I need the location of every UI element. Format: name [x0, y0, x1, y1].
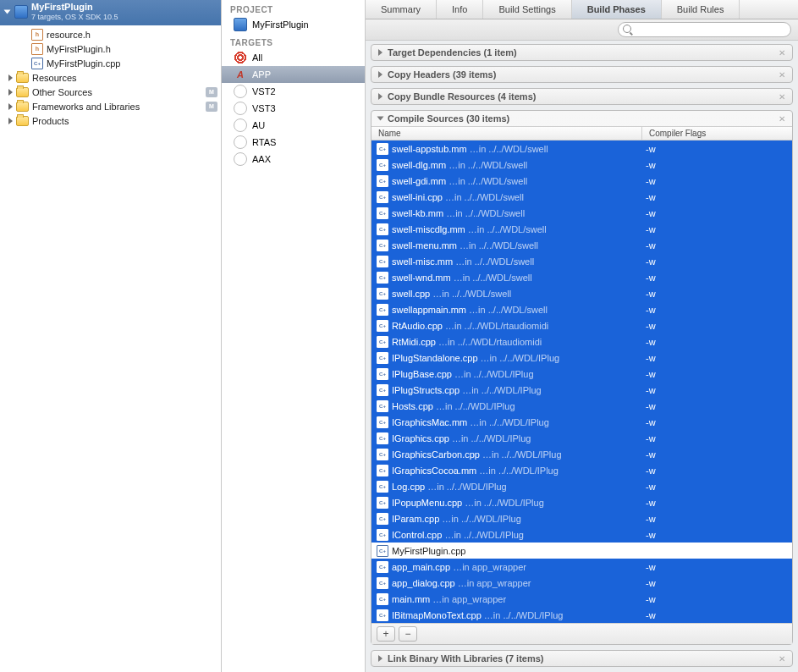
file-item[interactable]: C+MyFirstPlugin.cpp: [0, 56, 221, 70]
table-row[interactable]: C+swell-ini.cpp …in ../../WDL/swell-w: [371, 189, 792, 205]
phase-header[interactable]: Target Dependencies (1 item)✕: [371, 45, 792, 60]
close-icon[interactable]: ✕: [779, 92, 785, 102]
table-row[interactable]: C+Log.cpp …in ../../WDL/IPlug-w: [371, 478, 792, 494]
disclosure-triangle-icon[interactable]: [377, 117, 384, 121]
group-item[interactable]: Other SourcesM: [0, 85, 221, 99]
table-row[interactable]: C+swell-wnd.mm …in ../../WDL/swell-w: [371, 269, 792, 285]
table-row[interactable]: C+IGraphicsCarbon.cpp …in ../../WDL/IPlu…: [371, 446, 792, 462]
compiler-flag[interactable]: -w: [646, 465, 787, 476]
col-flags[interactable]: Compiler Flags: [642, 127, 792, 140]
table-row[interactable]: C+IPlugStructs.cpp …in ../../WDL/IPlug-w: [371, 382, 792, 398]
tab-build-rules[interactable]: Build Rules: [662, 0, 740, 19]
table-row[interactable]: C+IPlugBase.cpp …in ../../WDL/IPlug-w: [371, 366, 792, 382]
tab-build-phases[interactable]: Build Phases: [572, 0, 662, 19]
table-row[interactable]: C+IGraphicsCocoa.mm …in ../../WDL/IPlug-…: [371, 462, 792, 478]
group-item[interactable]: Frameworks and LibrariesM: [0, 99, 221, 113]
compiler-flag[interactable]: -w: [646, 433, 787, 443]
disclosure-triangle-icon[interactable]: [378, 655, 382, 662]
close-icon[interactable]: ✕: [779, 48, 785, 58]
compiler-flag[interactable]: -w: [646, 562, 787, 572]
table-row[interactable]: C+RtAudio.cpp …in ../../WDL/rtaudiomidi-…: [371, 317, 792, 333]
target-item-rtas[interactable]: RTAS: [222, 134, 365, 151]
target-item-vst3[interactable]: VST3: [222, 100, 365, 117]
table-row[interactable]: C+swell-menu.mm …in ../../WDL/swell-w: [371, 237, 792, 253]
target-item-app[interactable]: AAPP: [222, 66, 365, 83]
disclosure-triangle-icon[interactable]: [8, 118, 13, 124]
table-row[interactable]: C+IParam.cpp …in ../../WDL/IPlug-w: [371, 510, 792, 526]
compiler-flag[interactable]: -w: [646, 369, 787, 379]
close-icon[interactable]: ✕: [779, 70, 785, 80]
table-row[interactable]: C+IGraphicsMac.mm …in ../../WDL/IPlug-w: [371, 414, 792, 430]
phase-header[interactable]: Link Binary With Libraries (7 items)✕: [371, 651, 792, 666]
compiler-flag[interactable]: -w: [646, 530, 787, 540]
table-row[interactable]: C+swell.cpp …in ../../WDL/swell-w: [371, 285, 792, 301]
project-item[interactable]: MyFirstPlugin: [222, 16, 365, 33]
disclosure-triangle-icon[interactable]: [378, 71, 382, 78]
table-row[interactable]: C+swellappmain.mm …in ../../WDL/swell-w: [371, 301, 792, 317]
compiler-flag[interactable]: -w: [646, 240, 787, 251]
table-row[interactable]: C+IPopupMenu.cpp …in ../../WDL/IPlug-w: [371, 494, 792, 510]
compiler-flag[interactable]: -w: [646, 273, 787, 283]
compiler-flag[interactable]: -w: [646, 482, 787, 492]
table-row[interactable]: C+IPlugStandalone.cpp …in ../../WDL/IPlu…: [371, 350, 792, 366]
compiler-flag[interactable]: -w: [646, 208, 787, 218]
compiler-flag[interactable]: -w: [646, 176, 787, 186]
phase-header[interactable]: Compile Sources (30 items)✕: [371, 111, 792, 126]
table-row[interactable]: C+IControl.cpp …in ../../WDL/IPlug-w: [371, 526, 792, 543]
group-item[interactable]: Resources: [0, 70, 221, 85]
compiler-flag[interactable]: -w: [646, 305, 787, 315]
target-item-vst2[interactable]: VST2: [222, 83, 365, 100]
compiler-flag[interactable]: -w: [646, 160, 787, 170]
file-item[interactable]: hMyFirstPlugin.h: [0, 41, 221, 56]
compiler-flag[interactable]: -w: [646, 449, 787, 460]
file-item[interactable]: hresource.h: [0, 27, 221, 41]
compiler-flag[interactable]: -w: [646, 337, 787, 347]
group-item[interactable]: Products: [0, 113, 221, 128]
disclosure-triangle-icon[interactable]: [378, 93, 382, 100]
compiler-flag[interactable]: -w: [646, 321, 787, 331]
compiler-flag[interactable]: -w: [646, 610, 787, 620]
tab-build-settings[interactable]: Build Settings: [483, 0, 571, 19]
table-row[interactable]: C+app_main.cpp …in app_wrapper-w: [371, 559, 792, 575]
remove-button[interactable]: −: [399, 626, 417, 642]
search-input[interactable]: [618, 22, 791, 37]
table-row[interactable]: C+swell-appstub.mm …in ../../WDL/swell-w: [371, 140, 792, 157]
project-root[interactable]: MyFirstPlugin 7 targets, OS X SDK 10.5: [0, 0, 221, 25]
phase-header[interactable]: Copy Headers (39 items)✕: [371, 67, 792, 82]
table-row[interactable]: C+Hosts.cpp …in ../../WDL/IPlug-w: [371, 398, 792, 414]
close-icon[interactable]: ✕: [779, 654, 785, 664]
disclosure-triangle-icon[interactable]: [378, 49, 382, 56]
compiler-flag[interactable]: -w: [646, 417, 787, 427]
compiler-flag[interactable]: -w: [646, 192, 787, 202]
phase-header[interactable]: Copy Bundle Resources (4 items)✕: [371, 89, 792, 104]
table-row[interactable]: C+app_dialog.cpp …in app_wrapper-w: [371, 575, 792, 591]
table-row[interactable]: C+IGraphics.cpp …in ../../WDL/IPlug-w: [371, 430, 792, 446]
table-row[interactable]: C+IBitmapMonoText.cpp …in ../../WDL/IPlu…: [371, 607, 792, 623]
compiler-flag[interactable]: -w: [646, 514, 787, 524]
disclosure-triangle-icon[interactable]: [8, 89, 13, 96]
target-item-aax[interactable]: AAX: [222, 151, 365, 168]
compiler-flag[interactable]: -w: [646, 289, 787, 299]
compiler-flag[interactable]: -w: [646, 353, 787, 363]
compiler-flag[interactable]: -w: [646, 401, 787, 411]
compiler-flag[interactable]: -w: [646, 594, 787, 604]
table-row[interactable]: C+swell-dlg.mm …in ../../WDL/swell-w: [371, 157, 792, 173]
table-row[interactable]: C+swell-gdi.mm …in ../../WDL/swell-w: [371, 173, 792, 189]
table-row[interactable]: C+swell-miscdlg.mm …in ../../WDL/swell-w: [371, 221, 792, 237]
table-row[interactable]: C+RtMidi.cpp …in ../../WDL/rtaudiomidi-w: [371, 333, 792, 350]
target-item-au[interactable]: AU: [222, 117, 365, 134]
compiler-flag[interactable]: -w: [646, 498, 787, 508]
table-row[interactable]: C+MyFirstPlugin.cpp: [371, 543, 792, 559]
compiler-flag[interactable]: -w: [646, 385, 787, 395]
disclosure-triangle-icon[interactable]: [8, 74, 13, 81]
close-icon[interactable]: ✕: [779, 114, 785, 124]
target-item-all[interactable]: All: [222, 49, 365, 66]
tab-info[interactable]: Info: [437, 0, 483, 19]
compiler-flag[interactable]: -w: [646, 144, 787, 154]
disclosure-triangle-icon[interactable]: [4, 10, 11, 14]
compiler-flag[interactable]: -w: [646, 256, 787, 267]
col-name[interactable]: Name: [371, 127, 642, 140]
add-button[interactable]: +: [377, 626, 395, 642]
tab-summary[interactable]: Summary: [366, 0, 437, 19]
disclosure-triangle-icon[interactable]: [8, 103, 13, 110]
